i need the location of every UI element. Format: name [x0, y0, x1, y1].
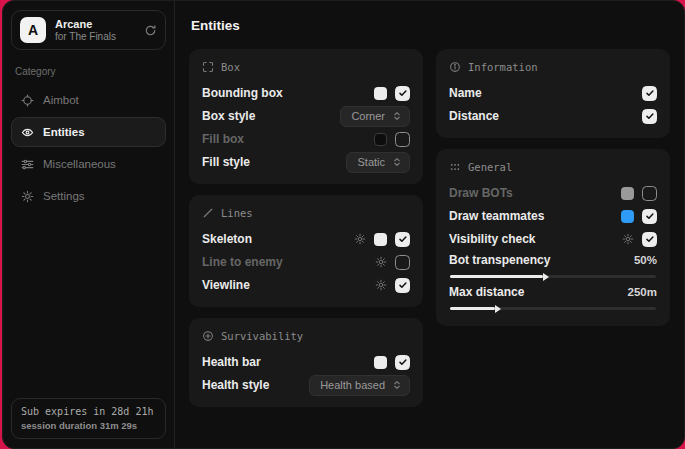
setting-row-fill-style: Fill style Static [202, 151, 410, 173]
slider-fill[interactable] [450, 275, 543, 278]
setting-controls [375, 278, 410, 293]
box-corners-icon [202, 61, 214, 73]
survivability-section-card: Survivability Health bar Health style [189, 318, 423, 407]
chevron-up-down-icon [392, 380, 402, 390]
color-swatch[interactable] [374, 356, 387, 369]
main-content: Entities Box Bounding box [175, 1, 684, 448]
checkbox[interactable] [395, 278, 410, 293]
slider-value: 250m [628, 286, 657, 298]
color-swatch[interactable] [374, 87, 387, 100]
checkbox[interactable] [395, 255, 410, 270]
setting-row-fill-box: Fill box [202, 128, 410, 150]
fill-style-dropdown[interactable]: Static [346, 152, 410, 173]
lines-section-header: Lines [202, 207, 410, 219]
setting-label: Fill box [202, 132, 244, 146]
setting-label: Max distance [449, 285, 524, 299]
setting-row-distance: Distance [449, 105, 657, 127]
app-name: Arcane [55, 18, 135, 30]
setting-controls [375, 255, 410, 270]
sidebar-item-entities[interactable]: Entities [11, 117, 166, 147]
sidebar-item-miscellaneous[interactable]: Miscellaneous [11, 149, 166, 179]
checkbox[interactable] [395, 86, 410, 101]
chevron-up-down-icon [392, 157, 402, 167]
setting-row-health-bar: Health bar [202, 351, 410, 373]
checkbox[interactable] [395, 132, 410, 147]
right-column: Information Name Distance [436, 49, 670, 326]
app-title-block: Arcane for The Finals [55, 18, 135, 42]
health-style-dropdown[interactable]: Health based [309, 375, 410, 396]
color-swatch[interactable] [621, 210, 634, 223]
setting-controls [354, 232, 410, 247]
box-section-header: Box [202, 61, 410, 73]
setting-label: Health style [202, 378, 269, 392]
page-title: Entities [191, 18, 668, 33]
setting-controls [621, 209, 657, 224]
setting-label: Name [449, 86, 482, 100]
checkbox[interactable] [642, 109, 657, 124]
color-swatch[interactable] [621, 187, 634, 200]
color-swatch[interactable] [374, 233, 387, 246]
bot-transparency-slider[interactable] [450, 275, 656, 278]
checkbox[interactable] [642, 186, 657, 201]
setting-row-bounding-box: Bounding box [202, 82, 410, 104]
checkbox[interactable] [642, 232, 657, 247]
sidebar-spacer [11, 213, 166, 398]
setting-label: Visibility check [449, 232, 536, 246]
left-column: Box Bounding box Box style [189, 49, 423, 407]
slider-value: 50% [634, 254, 657, 266]
dropdown-value: Health based [320, 379, 385, 391]
section-title: Lines [221, 207, 253, 219]
gear-icon[interactable] [354, 233, 366, 245]
gear-icon[interactable] [622, 233, 634, 245]
sub-expires-text: Sub expires in 28d 21h [21, 406, 156, 417]
gear-icon[interactable] [375, 256, 387, 268]
setting-row-draw-teammates: Draw teammates [449, 205, 657, 227]
checkbox[interactable] [395, 232, 410, 247]
dropdown-value: Corner [351, 110, 385, 122]
checkbox[interactable] [642, 86, 657, 101]
chevron-up-down-icon [392, 111, 402, 121]
setting-row-viewline: Viewline [202, 274, 410, 296]
category-label: Category [15, 66, 162, 77]
sidebar: A Arcane for The Finals Category Aimbot [3, 1, 175, 448]
max-distance-slider[interactable] [450, 307, 656, 310]
checkbox[interactable] [395, 355, 410, 370]
setting-controls [642, 109, 657, 124]
setting-label: Box style [202, 109, 255, 123]
setting-row-box-style: Box style Corner [202, 105, 410, 127]
session-duration-text: session duration 31m 29s [21, 420, 156, 431]
gear-icon[interactable] [375, 279, 387, 291]
information-section-card: Information Name Distance [436, 49, 670, 138]
app-avatar: A [20, 17, 46, 43]
information-section-header: Information [449, 61, 657, 73]
app-subtitle: for The Finals [55, 31, 135, 42]
settings-columns: Box Bounding box Box style [189, 49, 670, 407]
general-section-card: General Draw BOTs Draw teammates [436, 149, 670, 326]
setting-controls [642, 86, 657, 101]
setting-controls [374, 86, 410, 101]
general-section-header: General [449, 161, 657, 173]
sidebar-item-settings[interactable]: Settings [11, 181, 166, 211]
box-section-card: Box Bounding box Box style [189, 49, 423, 184]
color-swatch[interactable] [374, 133, 387, 146]
entities-icon [21, 126, 34, 139]
sidebar-item-aimbot[interactable]: Aimbot [11, 85, 166, 115]
setting-label: Health bar [202, 355, 261, 369]
setting-controls [374, 132, 410, 147]
slider-fill[interactable] [450, 307, 495, 310]
setting-label: Line to enemy [202, 255, 283, 269]
setting-row-visibility-check: Visibility check [449, 228, 657, 250]
sidebar-item-label: Entities [43, 126, 85, 138]
setting-controls [374, 355, 410, 370]
refresh-icon[interactable] [144, 24, 157, 37]
setting-row-draw-bots: Draw BOTs [449, 182, 657, 204]
sidebar-item-label: Settings [43, 190, 85, 202]
checkbox[interactable] [642, 209, 657, 224]
setting-label: Viewline [202, 278, 250, 292]
survivability-section-header: Survivability [202, 330, 410, 342]
setting-label: Skeleton [202, 232, 252, 246]
section-title: Box [221, 61, 240, 73]
box-style-dropdown[interactable]: Corner [340, 106, 410, 127]
setting-label: Bot transpenency [449, 253, 550, 267]
setting-label: Bounding box [202, 86, 283, 100]
